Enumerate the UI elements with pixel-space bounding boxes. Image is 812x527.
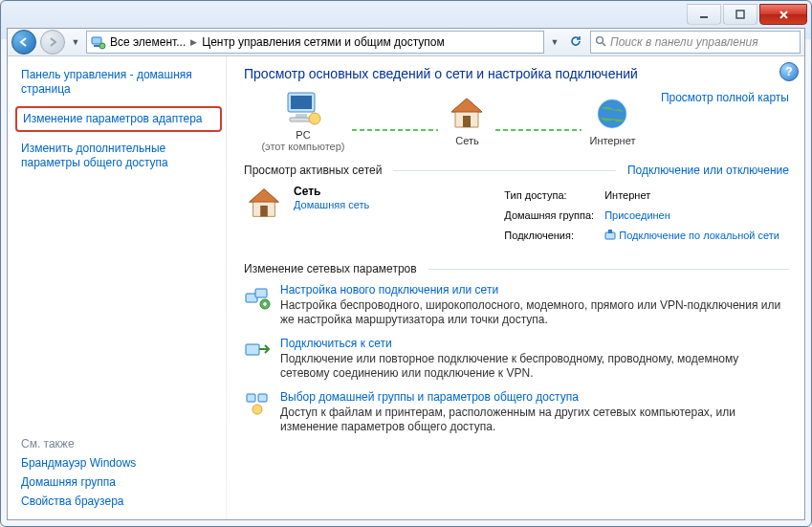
- link-setup-connection[interactable]: Настройка нового подключения или сети: [280, 283, 789, 296]
- map-internet[interactable]: Интернет: [589, 95, 635, 146]
- connect-network-icon: [244, 337, 271, 363]
- action-desc: Доступ к файлам и принтерам, расположенн…: [280, 406, 789, 434]
- svg-rect-12: [463, 116, 471, 127]
- sidebar-link-firewall[interactable]: Брандмауэр Windows: [21, 456, 218, 470]
- title-bar: [1, 1, 811, 28]
- link-homegroup-sharing[interactable]: Выбор домашней группы и параметров общег…: [280, 390, 789, 404]
- map-inet-label: Интернет: [589, 135, 635, 146]
- window-client: ▼ Все элемент... ▶ Центр управления сетя…: [7, 28, 805, 520]
- link-network-type[interactable]: Домашняя сеть: [294, 199, 369, 210]
- svg-rect-19: [255, 289, 267, 297]
- computer-icon: [282, 89, 324, 127]
- breadcrumb[interactable]: Все элемент... ▶ Центр управления сетями…: [86, 31, 544, 54]
- globe-icon: [591, 95, 633, 133]
- svg-rect-2: [92, 37, 101, 44]
- page-title: Просмотр основных сведений о сети и наст…: [244, 66, 789, 81]
- breadcrumb-item[interactable]: Центр управления сетями и общим доступом: [202, 35, 445, 49]
- nav-forward-button[interactable]: [40, 30, 65, 55]
- action-setup-connection: Настройка нового подключения или сети На…: [244, 283, 789, 327]
- minimize-button[interactable]: [687, 4, 721, 25]
- sidebar-link-browser-props[interactable]: Свойства браузера: [21, 494, 218, 508]
- svg-point-4: [99, 43, 105, 49]
- search-placeholder-text: Поиск в панели управления: [610, 35, 758, 49]
- group-label: Изменение сетевых параметров: [244, 262, 417, 275]
- svg-point-24: [252, 405, 262, 414]
- prop-value: Интернет: [604, 187, 787, 205]
- svg-rect-9: [296, 114, 307, 118]
- svg-rect-3: [94, 45, 99, 47]
- main-panel: ? Просмотр основных сведений о сети и на…: [227, 56, 804, 519]
- svg-rect-22: [247, 394, 255, 402]
- action-desc: Настройка беспроводного, широкополосного…: [280, 298, 789, 327]
- action-homegroup-sharing: Выбор домашней группы и параметров общег…: [244, 390, 789, 434]
- window-frame: ▼ Все элемент... ▶ Центр управления сетя…: [0, 0, 812, 527]
- network-properties: Тип доступа: Интернет Домашняя группа: П…: [501, 185, 789, 247]
- house-network-icon: [446, 95, 488, 133]
- help-button[interactable]: ?: [779, 62, 799, 81]
- map-net-label: Сеть: [455, 135, 478, 146]
- search-icon: [595, 35, 606, 50]
- map-this-pc[interactable]: PC (этот компьютер): [261, 89, 344, 152]
- action-desc: Подключение или повторное подключение к …: [280, 352, 789, 381]
- svg-line-6: [603, 43, 605, 46]
- sidebar-link-homegroup[interactable]: Домашняя группа: [21, 475, 218, 489]
- group-change-settings: Изменение сетевых параметров Настройка н…: [244, 262, 789, 434]
- group-active-networks: Просмотр активных сетей Подключение или …: [244, 164, 789, 251]
- group-label: Просмотр активных сетей: [244, 164, 382, 177]
- svg-rect-8: [291, 96, 312, 109]
- prop-label: Подключения:: [503, 227, 602, 245]
- link-connection[interactable]: Подключение по локальной сети: [619, 230, 779, 241]
- nav-back-button[interactable]: [11, 30, 36, 55]
- active-network-row: Сеть Домашняя сеть Тип доступа: Интернет…: [244, 183, 789, 251]
- svg-rect-16: [605, 232, 615, 239]
- breadcrumb-item[interactable]: Все элемент...: [110, 35, 186, 49]
- breadcrumb-dropdown[interactable]: ▼: [548, 37, 561, 47]
- svg-rect-0: [700, 16, 708, 18]
- svg-rect-23: [258, 394, 267, 402]
- link-full-map[interactable]: Просмотр полной карты: [661, 91, 789, 104]
- homegroup-icon: [244, 390, 271, 417]
- link-connect-network[interactable]: Подключиться к сети: [280, 337, 789, 350]
- sidebar: Панель управления - домашняя страница Из…: [8, 56, 226, 519]
- map-connector: [352, 129, 438, 131]
- map-network[interactable]: Сеть: [446, 95, 488, 146]
- svg-rect-1: [736, 11, 744, 18]
- map-pc-sub: (этот компьютер): [261, 141, 344, 152]
- map-connector: [495, 129, 582, 131]
- content-body: Панель управления - домашняя страница Из…: [8, 56, 804, 519]
- nav-history-dropdown[interactable]: ▼: [69, 37, 82, 47]
- link-connect-disconnect[interactable]: Подключение или отключение: [627, 164, 789, 177]
- network-center-icon: [91, 34, 106, 50]
- sidebar-see-also-label: См. также: [21, 437, 218, 450]
- ethernet-icon: [604, 230, 616, 241]
- svg-rect-17: [608, 230, 612, 233]
- svg-point-5: [597, 36, 604, 43]
- search-box[interactable]: Поиск в панели управления: [590, 31, 801, 54]
- action-connect-network: Подключиться к сети Подключение или повт…: [244, 337, 789, 381]
- sidebar-link-adapter-settings[interactable]: Изменение параметров адаптера: [15, 106, 222, 132]
- prop-label: Домашняя группа:: [503, 207, 602, 225]
- svg-rect-15: [260, 206, 268, 216]
- network-map-row: PC (этот компьютер) Сеть: [244, 89, 789, 152]
- network-name: Сеть: [294, 185, 369, 198]
- refresh-button[interactable]: [565, 34, 586, 51]
- svg-rect-21: [246, 344, 259, 355]
- maximize-button[interactable]: [723, 4, 757, 25]
- map-pc-label: PC: [296, 129, 310, 141]
- sidebar-link-cp-home[interactable]: Панель управления - домашняя страница: [21, 68, 218, 97]
- prop-label: Тип доступа:: [503, 187, 602, 205]
- close-button[interactable]: [759, 4, 807, 25]
- chevron-right-icon[interactable]: ▶: [186, 37, 202, 47]
- setup-connection-icon: [244, 283, 271, 310]
- house-icon: [244, 185, 284, 223]
- svg-point-11: [309, 113, 320, 124]
- address-bar-row: ▼ Все элемент... ▶ Центр управления сетя…: [8, 29, 804, 56]
- link-homegroup-status[interactable]: Присоединен: [604, 209, 670, 221]
- sidebar-link-advanced-sharing[interactable]: Изменить дополнительные параметры общего…: [21, 142, 218, 170]
